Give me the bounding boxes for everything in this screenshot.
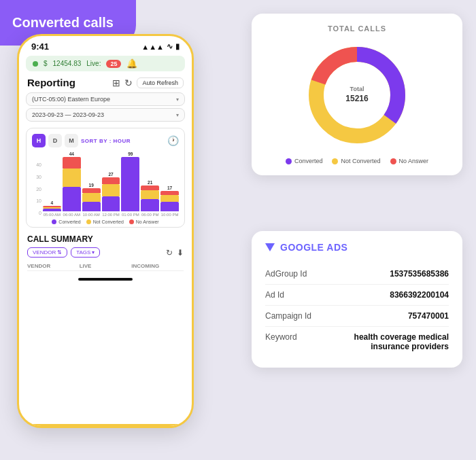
sort-label: SORT BY : HOUR: [81, 138, 131, 144]
legend-converted: Converted: [286, 158, 323, 164]
reporting-title: Reporting: [27, 77, 75, 88]
google-ads-card: GOOGLE ADS AdGroup Id 1537535685386 Ad I…: [252, 231, 462, 368]
currency-icon: $: [44, 60, 48, 67]
page-title: Converted calls: [12, 15, 114, 31]
dropdown-section: (UTC-05:00) Eastern Europe ▾ 2023-09-23 …: [19, 91, 192, 125]
amount-value: 12454.83: [53, 60, 82, 67]
y-axis: 40 30 20 10 0: [32, 162, 41, 217]
summary-tags: VENDOR ⇅ TAGS ▾: [27, 247, 100, 258]
timezone-dropdown[interactable]: (UTC-05:00) Eastern Europe ▾: [26, 92, 185, 106]
keyword-value: health coverage medical insurance provid…: [339, 332, 449, 351]
converted-bar: [102, 196, 120, 211]
live-label: Live:: [86, 60, 101, 67]
chart-tabs: H D M SORT BY : HOUR: [32, 134, 131, 147]
tab-day[interactable]: D: [48, 134, 62, 147]
clock-icon[interactable]: 🕐: [167, 135, 179, 146]
adid-value: 8366392200104: [390, 290, 449, 300]
not-converted-bar: [102, 184, 120, 196]
auto-refresh-button[interactable]: Auto Refresh: [137, 77, 184, 88]
chart-legend: Converted Not Converted No Answer: [32, 219, 179, 224]
download-icon[interactable]: ⬇: [177, 248, 184, 258]
green-dot: [33, 61, 38, 67]
ads-row-adid: Ad Id 8366392200104: [265, 285, 449, 306]
timezone-value: (UTC-05:00) Eastern Europe: [32, 96, 110, 103]
converted-bar: [82, 202, 101, 211]
col-incoming: INCOMING: [131, 263, 184, 269]
ads-row-adgroup: AdGroup Id 1537535685386: [265, 264, 449, 285]
bar-group-2: 44 06:00 AM: [63, 152, 81, 217]
converted-bar: [43, 209, 61, 211]
date-range-dropdown[interactable]: 2023-09-23 — 2023-09-23 ▾: [26, 108, 185, 122]
campaign-value: 757470001: [408, 311, 449, 321]
adid-label: Ad Id: [265, 290, 284, 300]
phone-mockup: 9:41 ▲▲▲ ∿ ▮ $ 12454.83 Live: 25 🔔 Repor…: [17, 34, 207, 448]
no-answer-dot: [129, 219, 134, 224]
live-count: 25: [106, 60, 121, 68]
summary-table-header: VENDOR LIVE INCOMING: [27, 260, 184, 271]
campaign-label: Campaign Id: [265, 311, 311, 321]
bar-group-3: 19 10:00 AM: [82, 183, 101, 217]
tab-month[interactable]: M: [65, 134, 78, 147]
bar-chart: 40 30 20 10 0 4 05:00 AM: [32, 152, 179, 217]
no-answer-bar: [102, 177, 120, 184]
bar-group-7: 17 10:00 PM: [160, 185, 179, 217]
converted-dot: [52, 219, 56, 224]
legend-no-answer: No Answer: [129, 219, 159, 224]
legend-converted: Converted: [52, 219, 80, 224]
no-answer-legend-dot: [390, 158, 396, 164]
refresh-icon[interactable]: ↻: [124, 77, 133, 88]
col-live: LIVE: [80, 263, 132, 269]
tab-hour[interactable]: H: [32, 134, 46, 147]
reporting-header: Reporting ⊞ ↻ Auto Refresh: [19, 73, 192, 91]
adgroup-value: 1537535685386: [390, 269, 449, 279]
legend-no-answer: No Answer: [390, 158, 429, 164]
header-actions: ⊞ ↻ Auto Refresh: [112, 77, 184, 88]
bar-group-5: 99 01:00 PM: [121, 152, 139, 217]
chart-section: H D M SORT BY : HOUR 🕐 40 30 20 10 0: [26, 128, 185, 228]
not-converted-legend-dot: [332, 158, 338, 164]
converted-bar: [141, 199, 159, 211]
filter-icon[interactable]: ⊞: [112, 77, 120, 88]
status-bar: 9:41 ▲▲▲ ∿ ▮: [19, 36, 192, 54]
date-range-value: 2023-09-23 — 2023-09-23: [32, 111, 104, 118]
bar-group-6: 21 06:00 PM: [141, 180, 159, 217]
ads-row-campaign: Campaign Id 757470001: [265, 306, 449, 327]
alert-icon: 🔔: [126, 58, 137, 69]
total-calls-title: TOTAL CALLS: [262, 24, 452, 33]
ads-row-keyword: Keyword health coverage medical insuranc…: [265, 327, 449, 357]
vendor-button[interactable]: VENDOR ⇅: [27, 247, 67, 258]
legend-not-converted: Not Converted: [332, 158, 380, 164]
converted-legend-dot: [286, 158, 292, 164]
no-answer-bar: [82, 188, 101, 193]
status-time: 9:41: [31, 41, 49, 52]
status-icons: ▲▲▲ ∿ ▮: [141, 42, 180, 51]
no-answer-bar: [141, 185, 159, 190]
battery-icon: ▮: [175, 42, 180, 51]
no-answer-bar: [63, 157, 81, 169]
not-converted-bar: [63, 169, 81, 187]
chart-header: H D M SORT BY : HOUR 🕐: [32, 134, 179, 147]
refresh-icon[interactable]: ↻: [166, 248, 173, 258]
donut-center-label: Total 15216: [345, 86, 368, 104]
not-converted-bar: [141, 190, 159, 199]
bar-group-4: 27 12:00 PM: [102, 172, 120, 217]
tags-button[interactable]: TAGS ▾: [71, 247, 100, 258]
converted-bar: [160, 202, 179, 211]
chevron-down-icon: ▾: [176, 112, 179, 118]
bar-group-1: 4 05:00 AM: [43, 200, 61, 217]
converted-bar: [121, 157, 139, 211]
triangle-icon: [265, 243, 275, 251]
sort-icon: ⇅: [57, 249, 62, 255]
chevron-down-icon: ▾: [176, 96, 179, 103]
signal-icon: ▲▲▲: [141, 43, 164, 51]
donut-chart-container: Total 15216: [262, 41, 452, 149]
not-converted-bar: [160, 195, 179, 202]
not-converted-dot: [86, 219, 91, 224]
chevron-down-icon: ▾: [92, 249, 95, 255]
summary-actions: ↻ ⬇: [166, 248, 184, 258]
summary-toolbar: VENDOR ⇅ TAGS ▾ ↻ ⬇: [27, 247, 184, 258]
green-info-bar: $ 12454.83 Live: 25 🔔: [26, 56, 185, 71]
phone-home-indicator[interactable]: [78, 278, 133, 281]
not-converted-bar: [82, 193, 101, 202]
call-summary-section: CALL SUMMARY VENDOR ⇅ TAGS ▾ ↻ ⬇: [19, 230, 192, 274]
